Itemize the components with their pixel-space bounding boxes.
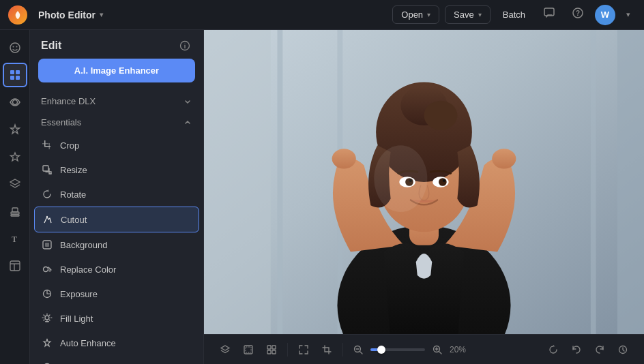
- text-tool-button[interactable]: T: [3, 226, 27, 251]
- toolbar-divider-1: [287, 343, 288, 357]
- canvas-content: [204, 30, 644, 334]
- svg-rect-58: [272, 346, 276, 349]
- zoom-slider[interactable]: [370, 348, 425, 351]
- ai-enhancer-button[interactable]: A.I. Image Enhancer: [38, 59, 195, 82]
- rotate-reset-button[interactable]: [543, 341, 564, 359]
- exposure-icon: [41, 288, 53, 300]
- svg-rect-6: [10, 70, 14, 74]
- save-label: Save: [454, 10, 474, 20]
- frame-toolbar-button[interactable]: [238, 341, 259, 359]
- svg-rect-59: [267, 350, 271, 354]
- bottom-toolbar: 20%: [204, 334, 644, 364]
- user-menu-chevron[interactable]: ▾: [621, 7, 636, 22]
- history-button[interactable]: [613, 341, 633, 359]
- fit-toolbar-button[interactable]: [293, 341, 314, 359]
- layers-toolbar-button[interactable]: [215, 341, 235, 359]
- resize-icon: [41, 164, 53, 176]
- essentials-chevron: [183, 118, 192, 127]
- photo-display: [204, 30, 644, 334]
- svg-rect-60: [272, 350, 276, 354]
- grid-toolbar-button[interactable]: [261, 341, 282, 359]
- svg-rect-12: [12, 208, 18, 212]
- help-button[interactable]: ?: [566, 3, 589, 26]
- svg-point-45: [424, 101, 458, 130]
- svg-point-10: [12, 100, 17, 105]
- zoom-out-button[interactable]: [349, 342, 368, 358]
- undo-button[interactable]: [566, 341, 587, 359]
- enhance-dlx-section[interactable]: Enhance DLX: [30, 91, 203, 112]
- svg-point-23: [46, 216, 48, 217]
- svg-rect-30: [45, 321, 49, 322]
- beautify-menu-item[interactable]: Beautify: [30, 355, 203, 364]
- background-menu-item[interactable]: Background: [30, 232, 203, 257]
- replace-color-icon: [41, 263, 53, 275]
- svg-text:?: ?: [576, 10, 580, 17]
- panel-sidebar: Edit i A.I. Image Enhancer Enhance DLX: [30, 30, 204, 364]
- svg-rect-38: [591, 30, 596, 334]
- zoom-slider-thumb: [377, 346, 385, 354]
- crop-toolbar-button[interactable]: [317, 341, 337, 359]
- beautify-icon: [41, 361, 53, 364]
- svg-rect-56: [246, 347, 251, 352]
- svg-rect-22: [43, 166, 48, 171]
- open-label: Open: [401, 10, 423, 20]
- svg-rect-7: [16, 70, 20, 74]
- svg-point-5: [16, 46, 17, 48]
- svg-rect-36: [278, 30, 283, 334]
- essentials-label: Essentials: [41, 117, 81, 127]
- user-avatar[interactable]: W: [595, 5, 615, 25]
- zoom-controls: 20%: [349, 342, 473, 358]
- auto-enhance-menu-item[interactable]: Auto Enhance: [30, 331, 203, 355]
- svg-rect-15: [10, 261, 20, 271]
- svg-text:T: T: [12, 234, 17, 244]
- magic-tool-button[interactable]: [3, 117, 27, 142]
- filters-tool-button[interactable]: [3, 63, 27, 87]
- batch-label: Batch: [503, 10, 525, 20]
- favorites-tool-button[interactable]: [3, 145, 27, 169]
- svg-rect-57: [267, 346, 271, 349]
- face-tool-button[interactable]: [3, 35, 27, 60]
- svg-rect-13: [11, 215, 19, 216]
- stamp-tool-button[interactable]: [3, 199, 27, 224]
- svg-rect-20: [49, 143, 50, 149]
- app-title-button[interactable]: Photo Editor ▾: [33, 7, 108, 23]
- svg-point-26: [44, 267, 48, 272]
- canvas-area: 20%: [204, 30, 644, 364]
- save-button[interactable]: Save ▾: [445, 5, 491, 24]
- svg-rect-39: [617, 30, 644, 334]
- app-logo: [8, 5, 27, 25]
- rotate-menu-item[interactable]: Rotate: [30, 182, 203, 207]
- redo-button[interactable]: [589, 341, 610, 359]
- svg-point-53: [492, 149, 516, 168]
- templates-tool-button[interactable]: [3, 254, 27, 278]
- fill-light-menu-item[interactable]: Fill Light: [30, 306, 203, 331]
- crop-label: Crop: [60, 140, 79, 151]
- svg-rect-21: [42, 143, 48, 145]
- app-title: Photo Editor: [38, 10, 96, 20]
- crop-menu-item[interactable]: Crop: [30, 133, 203, 157]
- panel-info-button[interactable]: i: [177, 38, 192, 53]
- panel-title: Edit: [41, 40, 61, 52]
- svg-point-3: [10, 43, 20, 52]
- rotate-label: Rotate: [60, 189, 86, 200]
- svg-point-49: [439, 178, 447, 186]
- zoom-in-button[interactable]: [428, 342, 447, 358]
- comment-button[interactable]: [538, 3, 561, 26]
- view-tool-button[interactable]: [3, 90, 27, 115]
- auto-enhance-label: Auto Enhance: [60, 338, 116, 348]
- cutout-menu-item[interactable]: Cutout: [34, 207, 199, 232]
- svg-point-29: [45, 316, 49, 320]
- auto-enhance-icon: [41, 337, 53, 349]
- svg-point-54: [374, 145, 427, 212]
- layers-tool-button[interactable]: [3, 172, 27, 196]
- essentials-section[interactable]: Essentials: [30, 112, 203, 133]
- replace-color-menu-item[interactable]: Replace Color: [30, 257, 203, 282]
- batch-button[interactable]: Batch: [496, 6, 532, 23]
- exposure-label: Exposure: [60, 289, 98, 299]
- cutout-label: Cutout: [61, 215, 87, 225]
- resize-menu-item[interactable]: Resize: [30, 157, 203, 182]
- rotate-icon: [41, 188, 53, 200]
- open-button[interactable]: Open ▾: [392, 5, 439, 24]
- exposure-menu-item[interactable]: Exposure: [30, 282, 203, 306]
- svg-rect-35: [204, 30, 271, 334]
